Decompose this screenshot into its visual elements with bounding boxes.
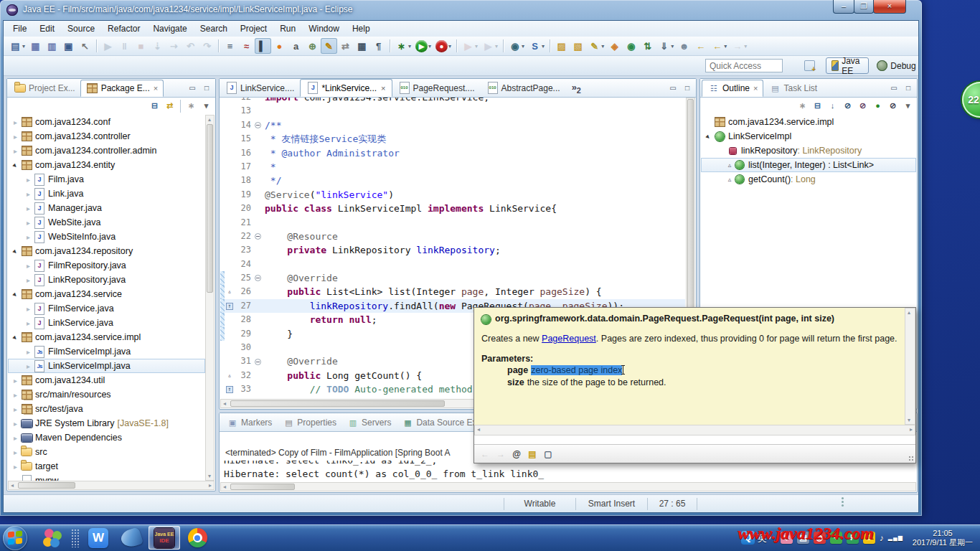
expand-arrow-icon[interactable]: ▸ <box>11 434 20 442</box>
code-line-15[interactable]: 15 * 友情链接Service实现类 <box>220 132 685 146</box>
app-eclipse-button[interactable]: Java EEIDE <box>149 526 180 550</box>
tooltip-vscrollbar[interactable]: ▴▾ <box>905 308 915 425</box>
run-dropdown-icon[interactable]: ▾ <box>428 43 431 50</box>
expand-arrow-icon[interactable]: ▸ <box>702 131 715 143</box>
table-view-button[interactable]: ▦ <box>354 38 370 54</box>
start-button[interactable] <box>3 526 27 550</box>
tree-item-manager-java[interactable]: ▸JManager.java <box>8 201 205 215</box>
hide-fields-button[interactable]: ⊘ <box>840 98 855 114</box>
volume-icon[interactable]: ♪ <box>880 533 884 543</box>
forward-history-dropdown-icon[interactable]: ▾ <box>744 43 747 50</box>
plugin-button[interactable]: ⊕ <box>304 38 321 54</box>
wizard-wand-button[interactable]: ✎▾ <box>586 38 606 54</box>
run-button[interactable]: ▶▾ <box>413 38 433 54</box>
editor-tab-pagerequest[interactable]: 010PageRequest.... <box>392 79 481 97</box>
hide-local-button[interactable]: ⊘ <box>885 98 900 114</box>
close-button[interactable]: × <box>873 0 906 14</box>
expand-arrow-icon[interactable]: ▸ <box>9 159 22 171</box>
expand-arrow-icon[interactable]: ▸ <box>24 305 33 313</box>
tree-item-mvnw[interactable]: mvnw <box>8 474 205 481</box>
next-edit-button[interactable]: ⇄ <box>337 38 354 54</box>
bottom-tab-data-source-ex[interactable]: ▦Data Source Ex <box>396 414 481 431</box>
menu-project[interactable]: Project <box>234 22 273 36</box>
show-whitespace-button[interactable]: ¶ <box>370 38 387 54</box>
collapse-all-button[interactable]: ⊟ <box>810 98 825 114</box>
fold-collapse-icon[interactable] <box>253 233 263 240</box>
save-all-button[interactable]: ▥ <box>44 38 60 54</box>
editor-tab-linkservice[interactable]: JLinkService.... <box>220 79 300 97</box>
bottom-tab-properties[interactable]: ▤Properties <box>277 414 341 431</box>
openshift-button[interactable]: ● <box>271 38 288 54</box>
import-down-button[interactable]: ⇓▾ <box>656 38 676 54</box>
focus-button[interactable]: ∗ <box>795 98 810 114</box>
open-resource-button[interactable]: ▨ <box>553 38 570 54</box>
weave-button[interactable]: ≈ <box>238 38 255 54</box>
tree-item-com-java1234-service-impl[interactable]: com.java1234.service.impl <box>701 115 916 129</box>
menu-run[interactable]: Run <box>273 22 302 36</box>
editor-tab-overflow[interactable]: »2 <box>572 82 581 95</box>
tree-item-filmservice-java[interactable]: ▸JFilmService.java <box>8 301 205 316</box>
web-service-button[interactable]: S▾ <box>527 38 547 54</box>
javadoc-content[interactable]: org.springframework.data.domain.PageRequ… <box>474 308 915 425</box>
open-type-button[interactable]: ▧ <box>570 38 586 54</box>
debug-as-button[interactable]: ●▾ <box>433 38 453 54</box>
tooltip-resize-grip[interactable] <box>908 456 914 461</box>
code-line-13[interactable]: 13 <box>220 104 685 118</box>
open-console-button[interactable]: ▣ <box>60 38 77 54</box>
statusbar-grip[interactable] <box>842 501 844 503</box>
maximize-view-icon[interactable]: □ <box>903 83 914 93</box>
tree-item-target[interactable]: ▸target <box>8 459 205 474</box>
tree-item-websiteinfo-java[interactable]: ▸JWebSiteInfo.java <box>8 230 205 244</box>
fold-collapse-icon[interactable] <box>253 122 263 128</box>
minimize-button[interactable]: – <box>833 0 854 14</box>
expand-arrow-icon[interactable]: ▸ <box>24 362 33 370</box>
minimize-view-icon[interactable]: ▭ <box>888 83 900 93</box>
tree-item-src-main-resources[interactable]: ▸src/main/resources <box>8 387 205 402</box>
expand-arrow-icon[interactable]: ▸ <box>24 233 33 241</box>
app-mysql-button[interactable] <box>116 526 147 550</box>
expand-arrow-icon[interactable]: ▸ <box>11 405 20 413</box>
tree-item-jre-system-library[interactable]: ▸JRE System Library[JavaSE-1.8] <box>8 416 205 430</box>
code-line-19[interactable]: 19@Service("linkService") <box>220 188 685 202</box>
title-bar[interactable]: Java EE - Film/src/main/java/com/java123… <box>0 0 922 20</box>
tree-item-com-java1234-entity[interactable]: ▸com.java1234.entity <box>8 158 205 172</box>
app-wps-button[interactable]: W <box>83 526 114 550</box>
save-button[interactable]: ▦ <box>27 38 44 54</box>
console-hscrollbar[interactable]: ◂ <box>220 482 916 491</box>
format-brush-button[interactable]: ✎ <box>321 38 337 54</box>
show-attached-javadoc-button[interactable]: @ <box>509 446 524 462</box>
maximize-view-icon[interactable]: □ <box>201 83 212 93</box>
expand-arrow-icon[interactable]: ▸ <box>9 331 22 344</box>
tree-item-filmrepository-java[interactable]: ▸JFilmRepository.java <box>8 258 205 273</box>
code-line-22[interactable]: 22 @Resource <box>220 230 685 243</box>
expand-arrow-icon[interactable]: ▸ <box>24 176 33 184</box>
explorer-tab-project-ex[interactable]: Project Ex... <box>9 80 80 97</box>
code-line-18[interactable]: 18 */ <box>220 174 685 187</box>
code-line-12[interactable]: 12import com.java1234.service.LinkServic… <box>220 98 685 104</box>
sort-button[interactable]: ↓ <box>825 98 840 114</box>
hscrollbar-thumb[interactable] <box>18 482 75 489</box>
tooltip-hscrollbar[interactable]: ◂▸ <box>474 425 915 435</box>
hscrollbar-thumb[interactable] <box>230 484 295 490</box>
code-line-14[interactable]: 14/** <box>220 118 685 132</box>
tree-item-com-java1234-util[interactable]: ▸com.java1234.util <box>8 373 205 387</box>
tree-item-linkrepository-java[interactable]: ▸JLinkRepository.java <box>8 273 205 287</box>
tree-item-list-integer-integer-list-link[interactable]: ▵list(Integer, Integer) : List<Link> <box>701 158 916 172</box>
minimize-view-icon[interactable]: ▭ <box>187 83 198 93</box>
coverage-dropdown-icon[interactable]: ▾ <box>495 43 498 50</box>
show-public-button[interactable]: ● <box>870 98 885 114</box>
menu-source[interactable]: Source <box>61 22 101 36</box>
tree-item-linkserviceimpl-java[interactable]: ▸JsLinkServiceImpl.java <box>8 359 205 373</box>
fold-collapse-icon[interactable] <box>253 359 263 365</box>
tree-item-link-java[interactable]: ▸JLink.java <box>8 187 205 201</box>
profile-dropdown-icon[interactable]: ▾ <box>475 43 478 50</box>
tree-item-com-java1234-conf[interactable]: ▸com.java1234.conf <box>8 115 205 129</box>
network-icon[interactable]: ▂▄▆ <box>888 534 903 541</box>
outline-tab-task-list[interactable]: ▤Task List <box>763 80 822 97</box>
wizard-wand-dropdown-icon[interactable]: ▾ <box>601 43 604 50</box>
tree-item-src[interactable]: ▸src <box>8 445 205 459</box>
vscrollbar-thumb[interactable] <box>207 124 213 293</box>
debug-as-dropdown-icon[interactable]: ▾ <box>448 43 451 50</box>
quick-access-input[interactable] <box>705 59 783 72</box>
link-with-editor-button[interactable]: ⇄ <box>162 98 177 114</box>
